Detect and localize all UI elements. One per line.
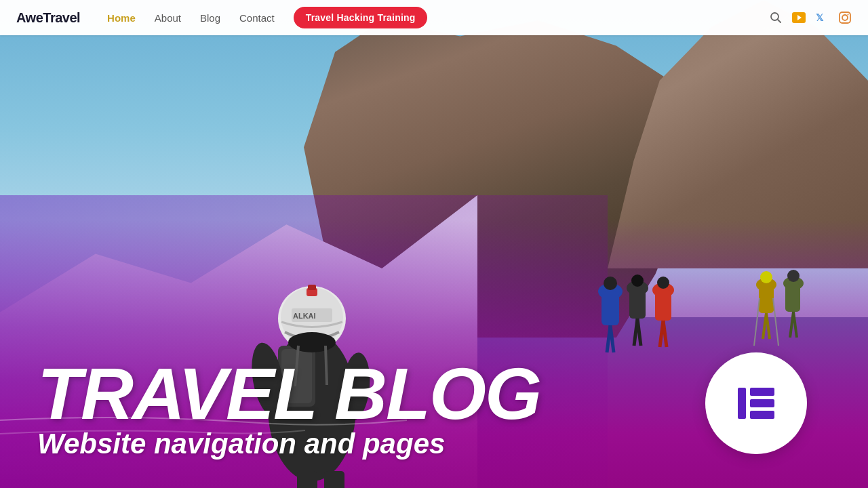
svg-rect-53 xyxy=(750,399,774,407)
svg-point-49 xyxy=(842,15,848,20)
nav-icons: 𝕏 xyxy=(769,11,852,24)
svg-rect-15 xyxy=(324,471,344,488)
nav-about[interactable]: About xyxy=(155,12,181,24)
svg-rect-38 xyxy=(785,283,800,312)
svg-rect-18 xyxy=(601,291,619,325)
svg-line-44 xyxy=(778,20,781,23)
svg-rect-28 xyxy=(655,290,671,321)
nav-contact[interactable]: Contact xyxy=(239,12,275,24)
twitter-icon[interactable]: 𝕏 xyxy=(815,11,829,24)
svg-point-17 xyxy=(604,277,617,290)
svg-line-20 xyxy=(610,325,614,352)
cta-button[interactable]: Travel Hacking Training xyxy=(294,7,428,28)
instagram-icon[interactable] xyxy=(838,11,852,24)
nav-links: Home About Blog Contact Travel Hacking T… xyxy=(107,7,769,28)
hero-section: ALKAI xyxy=(0,0,868,488)
svg-rect-23 xyxy=(629,288,646,319)
svg-rect-9 xyxy=(308,285,316,290)
svg-line-35 xyxy=(766,313,770,339)
svg-rect-51 xyxy=(738,388,746,419)
svg-line-30 xyxy=(663,321,667,347)
svg-line-42 xyxy=(754,298,760,346)
svg-line-41 xyxy=(773,298,778,346)
site-logo[interactable]: AweTravel xyxy=(16,10,80,26)
youtube-icon[interactable] xyxy=(792,11,806,24)
search-icon[interactable] xyxy=(769,11,783,24)
svg-rect-14 xyxy=(297,471,317,488)
svg-point-22 xyxy=(631,274,644,287)
elementor-badge xyxy=(705,352,807,454)
svg-point-37 xyxy=(787,270,800,282)
svg-rect-48 xyxy=(840,12,850,23)
svg-point-27 xyxy=(657,277,669,289)
svg-rect-52 xyxy=(750,388,774,396)
svg-point-32 xyxy=(760,271,772,283)
svg-rect-33 xyxy=(759,285,774,313)
svg-line-40 xyxy=(793,312,797,338)
navbar: AweTravel Home About Blog Contact Travel… xyxy=(0,0,868,35)
nav-blog[interactable]: Blog xyxy=(200,12,220,24)
svg-line-25 xyxy=(637,319,641,346)
svg-rect-54 xyxy=(750,411,774,419)
svg-point-50 xyxy=(848,14,849,16)
svg-point-11 xyxy=(288,332,336,352)
hero-content: TRAVEL BLOG Website navigation and pages xyxy=(37,357,540,461)
svg-text:ALKAI: ALKAI xyxy=(293,312,316,320)
svg-text:𝕏: 𝕏 xyxy=(816,12,824,23)
nav-home[interactable]: Home xyxy=(107,12,136,24)
elementor-logo-svg xyxy=(726,373,787,434)
hero-title: TRAVEL BLOG xyxy=(37,357,540,430)
